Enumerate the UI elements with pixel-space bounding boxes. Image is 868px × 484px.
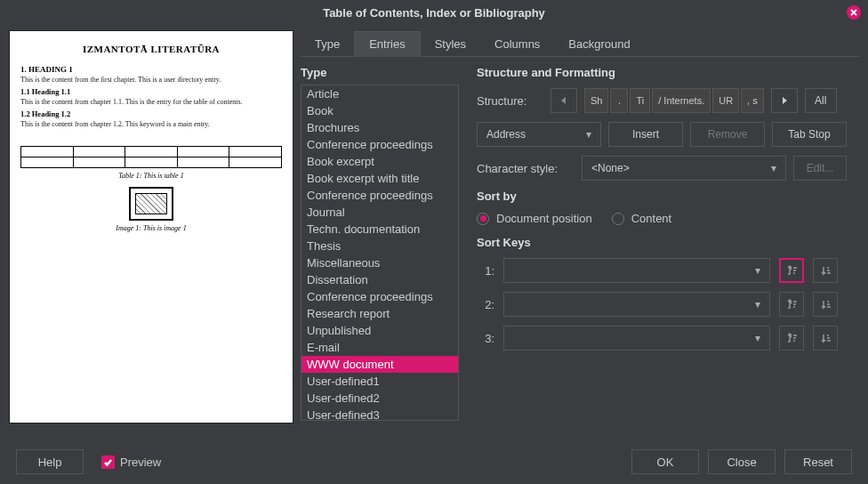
type-item[interactable]: Book excerpt with title: [301, 170, 458, 187]
sortkey-select[interactable]: ▾: [503, 326, 770, 351]
sortkeys-section-label: Sort Keys: [477, 236, 859, 249]
doc-title: IZMANTOTĀ LITERATŪRA: [20, 44, 282, 54]
type-item[interactable]: Brochures: [301, 119, 458, 136]
sortby-section-label: Sort by: [477, 190, 859, 203]
type-item[interactable]: Dissertation: [301, 271, 458, 288]
char-style-select[interactable]: <None>▾: [582, 156, 786, 181]
chevron-down-icon: ▾: [586, 128, 591, 141]
field-select[interactable]: Address▾: [477, 122, 601, 147]
sortkey-select[interactable]: ▾: [503, 292, 770, 317]
chevron-down-icon: ▾: [771, 162, 776, 174]
table-caption: Table 1: This is table 1: [20, 172, 282, 180]
type-item[interactable]: Article: [301, 85, 458, 102]
structure-chip[interactable]: Sh: [584, 88, 608, 113]
structure-chip[interactable]: .: [610, 88, 628, 113]
all-button[interactable]: All: [805, 88, 837, 113]
structure-chip[interactable]: Ti: [630, 88, 650, 113]
type-item[interactable]: Book excerpt: [301, 153, 458, 170]
sort-desc-button[interactable]: [813, 258, 838, 283]
type-item[interactable]: Thesis: [301, 238, 458, 254]
remove-button: Remove: [690, 122, 765, 147]
window-title: Table of Contents, Index or Bibliography: [323, 6, 545, 20]
tab-stop-button[interactable]: Tab Stop: [772, 122, 847, 147]
sortkey-num: 1:: [477, 264, 494, 278]
sort-desc-button[interactable]: [813, 326, 838, 351]
help-button[interactable]: Help: [16, 449, 84, 474]
sortkey-num: 3:: [477, 332, 494, 345]
type-list[interactable]: ArticleBookBrochuresConference proceedin…: [301, 85, 459, 421]
footer: Help Preview OK Close Reset: [0, 440, 868, 484]
preview-table: [20, 146, 282, 168]
structure-chip[interactable]: UR: [712, 88, 739, 113]
sort-asc-button[interactable]: [779, 258, 804, 283]
close-button[interactable]: Close: [708, 449, 776, 474]
heading-1-2: 1.2 Heading 1.2: [20, 109, 282, 118]
sort-asc-button[interactable]: [779, 326, 804, 351]
type-item[interactable]: Book: [301, 102, 458, 119]
type-item[interactable]: Conference proceedings: [301, 136, 458, 153]
sortkey-row: 2:▾: [477, 292, 859, 317]
sort-desc-button[interactable]: [813, 292, 838, 317]
sortkey-select[interactable]: ▾: [503, 258, 770, 283]
type-item[interactable]: Research report: [301, 305, 458, 322]
type-item[interactable]: Conference proceedings: [301, 187, 458, 204]
preview-pane: IZMANTOTĀ LITERATŪRA 1. HEADING 1 This i…: [9, 30, 293, 424]
reset-button[interactable]: Reset: [784, 449, 852, 474]
tab-columns[interactable]: Columns: [480, 32, 554, 56]
tab-bar: TypeEntriesStylesColumnsBackground: [301, 30, 859, 57]
radio-content[interactable]: Content: [612, 212, 672, 225]
sortkey-row: 1:▾: [477, 258, 859, 283]
structure-chip[interactable]: / Internets.: [652, 88, 711, 113]
insert-button[interactable]: Insert: [608, 122, 683, 147]
structure-chips[interactable]: Sh.Ti/ Internets.UR, s: [584, 88, 764, 113]
body-1: This is the content from the first chapt…: [20, 76, 282, 84]
type-item[interactable]: User-defined3: [301, 407, 458, 421]
body-1-1: This is the content from chapter 1.1. Th…: [20, 98, 282, 106]
tab-entries[interactable]: Entries: [354, 31, 420, 57]
type-item[interactable]: User-defined2: [301, 390, 458, 407]
radio-document-position[interactable]: Document position: [477, 212, 592, 225]
structure-section-label: Structure and Formatting: [477, 66, 859, 79]
type-item[interactable]: Miscellaneous: [301, 254, 458, 271]
image-caption: Image 1: This is image 1: [20, 224, 282, 232]
tab-type[interactable]: Type: [301, 32, 354, 56]
type-item[interactable]: Unpublished: [301, 322, 458, 339]
structure-label: Structure:: [477, 94, 543, 108]
ok-button[interactable]: OK: [631, 449, 699, 474]
title-bar: Table of Contents, Index or Bibliography: [0, 0, 868, 25]
char-style-label: Character style:: [477, 162, 575, 175]
sortkey-row: 3:▾: [477, 326, 859, 351]
sort-asc-button[interactable]: [779, 292, 804, 317]
structure-chip[interactable]: , s: [741, 88, 764, 113]
edit-button: Edit...: [793, 156, 847, 181]
structure-next-button[interactable]: [771, 88, 798, 113]
preview-checkbox[interactable]: Preview: [101, 456, 161, 469]
type-item[interactable]: User-defined1: [301, 373, 458, 390]
type-item[interactable]: Journal: [301, 204, 458, 221]
tab-background[interactable]: Background: [554, 32, 644, 56]
type-item[interactable]: E-mail: [301, 339, 458, 356]
close-icon[interactable]: [847, 5, 861, 20]
heading-1-1: 1.1 Heading 1.1: [20, 87, 282, 96]
preview-image: [129, 187, 173, 221]
type-item[interactable]: Techn. documentation: [301, 221, 458, 238]
type-item[interactable]: WWW document: [301, 356, 458, 373]
type-label: Type: [301, 66, 459, 79]
heading-1: 1. HEADING 1: [20, 65, 282, 74]
body-1-2: This is the content from chapter 1.2. Th…: [20, 120, 282, 128]
structure-prev-button[interactable]: [551, 88, 577, 113]
type-item[interactable]: Conference proceedings: [301, 288, 458, 305]
sortkey-num: 2:: [477, 298, 494, 311]
tab-styles[interactable]: Styles: [421, 32, 480, 56]
